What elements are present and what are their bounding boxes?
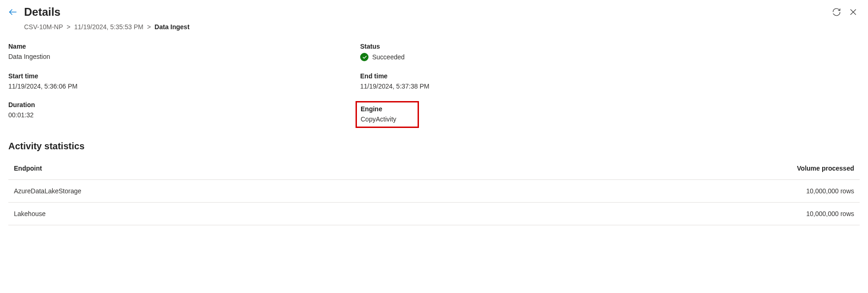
refresh-icon[interactable] <box>832 7 841 17</box>
start-time-value: 11/19/2024, 5:36:06 PM <box>8 83 360 90</box>
header: Details <box>0 0 868 20</box>
table-row: AzureDataLakeStorage 10,000,000 rows <box>8 180 860 203</box>
detail-start-time: Start time 11/19/2024, 5:36:06 PM <box>8 72 360 90</box>
status-value: Succeeded <box>372 53 405 61</box>
table-header-row: Endpoint Volume processed <box>8 157 860 180</box>
success-check-icon <box>360 53 368 61</box>
duration-label: Duration <box>8 101 360 108</box>
cell-endpoint: AzureDataLakeStorage <box>8 180 464 203</box>
status-row: Succeeded <box>360 53 712 61</box>
end-time-value: 11/19/2024, 5:37:38 PM <box>360 83 712 90</box>
chevron-right-icon: > <box>67 23 70 31</box>
detail-duration: Duration 00:01:32 <box>8 101 360 128</box>
chevron-right-icon: > <box>147 23 151 31</box>
breadcrumb-item-pipeline[interactable]: CSV-10M-NP <box>24 23 63 31</box>
status-label: Status <box>360 43 712 50</box>
page-title: Details <box>24 6 61 19</box>
duration-value: 00:01:32 <box>8 111 360 119</box>
engine-value: CopyActivity <box>361 115 396 123</box>
header-actions <box>832 7 858 17</box>
breadcrumb: CSV-10M-NP > 11/19/2024, 5:35:53 PM > Da… <box>0 20 868 37</box>
close-icon[interactable] <box>849 7 858 17</box>
name-value: Data Ingestion <box>8 53 360 60</box>
detail-engine-wrapper: Engine CopyActivity <box>360 101 712 128</box>
detail-name: Name Data Ingestion <box>8 43 360 61</box>
cell-volume: 10,000,000 rows <box>464 203 860 225</box>
breadcrumb-item-run[interactable]: 11/19/2024, 5:35:53 PM <box>74 23 143 31</box>
start-time-label: Start time <box>8 72 360 80</box>
detail-status: Status Succeeded <box>360 43 712 61</box>
cell-volume: 10,000,000 rows <box>464 180 860 203</box>
engine-label: Engine <box>361 105 396 113</box>
cell-endpoint: Lakehouse <box>8 203 464 225</box>
breadcrumb-current: Data Ingest <box>155 23 189 31</box>
name-label: Name <box>8 43 360 50</box>
col-volume: Volume processed <box>464 157 860 180</box>
activity-statistics-title: Activity statistics <box>0 128 868 153</box>
details-grid: Name Data Ingestion Status Succeeded Sta… <box>0 37 720 128</box>
back-arrow-icon[interactable] <box>8 7 18 17</box>
table-row: Lakehouse 10,000,000 rows <box>8 203 860 225</box>
header-left: Details <box>8 6 61 19</box>
detail-engine-highlight: Engine CopyActivity <box>356 101 419 128</box>
activity-statistics-table: Endpoint Volume processed AzureDataLakeS… <box>8 157 860 225</box>
col-endpoint: Endpoint <box>8 157 464 180</box>
detail-end-time: End time 11/19/2024, 5:37:38 PM <box>360 72 712 90</box>
end-time-label: End time <box>360 72 712 80</box>
